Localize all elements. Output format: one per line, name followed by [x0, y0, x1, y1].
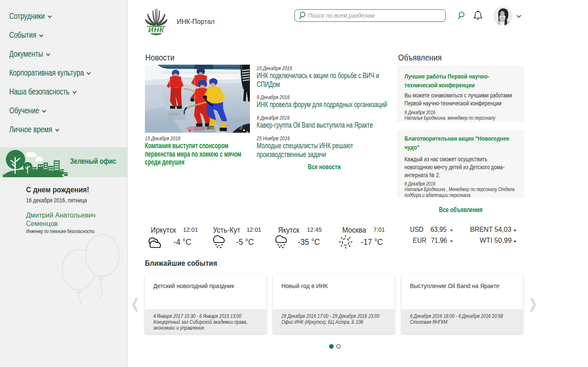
svg-text:ИНК: ИНК — [148, 26, 165, 34]
